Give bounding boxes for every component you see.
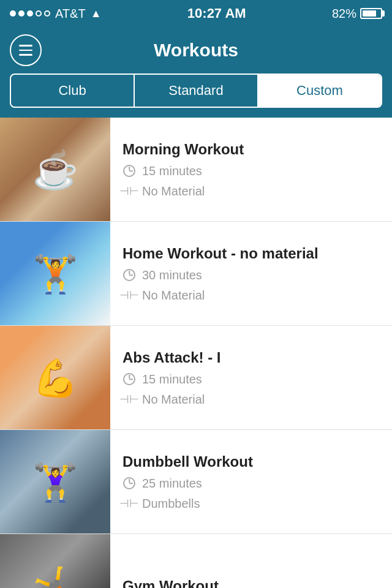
workout-material-4: ⊣⊢ Dumbbells	[123, 497, 380, 511]
workout-duration-3: 15 minutes	[123, 372, 380, 386]
tabs-inner: Club Standard Custom	[10, 74, 382, 108]
workout-material-1: ⊣⊢ No Material	[123, 184, 380, 198]
workout-name-4: Dumbbell Workout	[123, 453, 380, 470]
workout-info-5: Gym Workout	[110, 534, 392, 588]
workout-thumbnail-2	[0, 222, 110, 325]
workout-thumbnail-3	[0, 326, 110, 429]
battery-percent: 82%	[332, 7, 356, 21]
tab-custom[interactable]: Custom	[258, 75, 381, 107]
workout-info-2: Home Workout - no material 30 minutes ⊣⊢…	[110, 222, 392, 325]
wifi-icon: ▲	[91, 7, 102, 20]
workout-list: Morning Workout 15 minutes ⊣⊢ No Materia…	[0, 118, 392, 588]
workout-item[interactable]: Morning Workout 15 minutes ⊣⊢ No Materia…	[0, 118, 392, 222]
duration-label-4: 25 minutes	[142, 477, 202, 491]
hamburger-icon	[19, 45, 32, 56]
workout-name-1: Morning Workout	[123, 141, 380, 158]
duration-label-2: 30 minutes	[142, 268, 202, 282]
material-label-2: No Material	[142, 288, 205, 303]
header: Workouts	[0, 27, 392, 74]
workout-material-3: ⊣⊢ No Material	[123, 393, 380, 407]
workout-info-1: Morning Workout 15 minutes ⊣⊢ No Materia…	[110, 118, 392, 221]
material-label-1: No Material	[142, 184, 205, 198]
tabs-bar: Club Standard Custom	[0, 74, 392, 118]
dumbbell-icon-2: ⊣⊢	[123, 288, 136, 302]
workout-item-2[interactable]: Home Workout - no material 30 minutes ⊣⊢…	[0, 222, 392, 326]
clock-icon-2	[123, 268, 136, 282]
status-bar: AT&T ▲ 10:27 AM 82%	[0, 0, 392, 27]
status-time: 10:27 AM	[187, 6, 246, 21]
workout-item-3[interactable]: Abs Attack! - I 15 minutes ⊣⊢ No Materia…	[0, 326, 392, 430]
signal-dots	[10, 10, 50, 17]
signal-dot-5	[44, 10, 50, 17]
workout-info-4: Dumbbell Workout 25 minutes ⊣⊢ Dumbbells	[110, 430, 392, 533]
signal-dot-1	[10, 10, 16, 17]
workout-name-5: Gym Workout	[123, 578, 380, 589]
workout-info-3: Abs Attack! - I 15 minutes ⊣⊢ No Materia…	[110, 326, 392, 429]
carrier-label: AT&T	[55, 7, 86, 21]
signal-dot-3	[27, 10, 33, 17]
workout-name-2: Home Workout - no material	[123, 245, 380, 262]
workout-item-4[interactable]: Dumbbell Workout 25 minutes ⊣⊢ Dumbbells	[0, 430, 392, 534]
status-right: 82%	[332, 7, 382, 21]
workout-thumbnail-1	[0, 118, 110, 221]
dumbbell-icon-3: ⊣⊢	[123, 393, 136, 406]
material-label-3: No Material	[142, 393, 205, 407]
workout-material-2: ⊣⊢ No Material	[123, 288, 380, 303]
tab-standard[interactable]: Standard	[135, 75, 257, 107]
dumbbell-icon-4: ⊣⊢	[123, 497, 136, 510]
duration-label-1: 15 minutes	[142, 164, 202, 178]
workout-duration-1: 15 minutes	[123, 164, 380, 178]
workout-name-3: Abs Attack! - I	[123, 349, 380, 366]
workout-duration-2: 30 minutes	[123, 268, 380, 282]
clock-icon-3	[123, 372, 136, 386]
signal-dot-4	[36, 10, 42, 17]
clock-icon-4	[123, 477, 136, 490]
page-title: Workouts	[154, 40, 238, 61]
signal-dot-2	[18, 10, 24, 17]
material-label-4: Dumbbells	[142, 497, 200, 511]
workout-thumbnail-4	[0, 430, 110, 533]
duration-label-3: 15 minutes	[142, 372, 202, 386]
status-left: AT&T ▲	[10, 7, 101, 21]
clock-icon-1	[123, 164, 136, 178]
clock-circle-1	[123, 165, 135, 177]
dumbbell-icon-1: ⊣⊢	[123, 184, 136, 198]
battery-icon	[360, 8, 382, 19]
workout-duration-4: 25 minutes	[123, 477, 380, 491]
menu-button[interactable]	[10, 34, 42, 66]
workout-item-5[interactable]: Gym Workout	[0, 534, 392, 588]
workout-thumbnail-5	[0, 534, 110, 588]
tab-club[interactable]: Club	[11, 75, 134, 107]
